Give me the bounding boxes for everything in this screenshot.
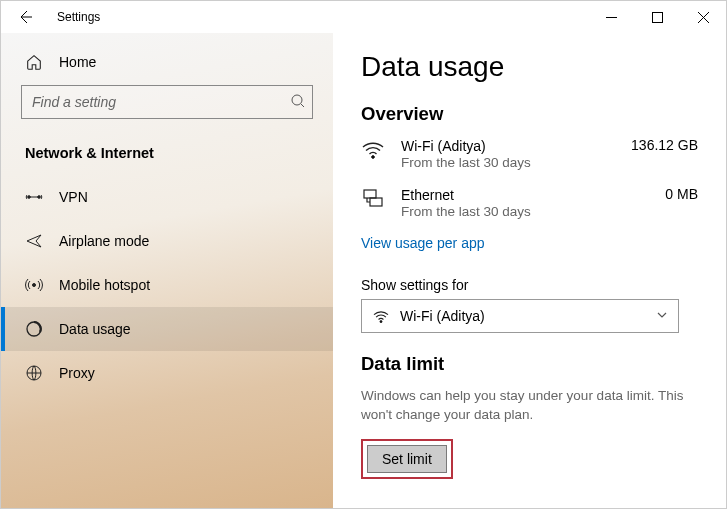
maximize-button[interactable] [634,1,680,33]
close-button[interactable] [680,1,726,33]
sidebar-item-proxy[interactable]: Proxy [1,351,333,395]
home-nav[interactable]: Home [21,45,313,85]
sidebar-item-label: Proxy [59,365,95,381]
overview-item-sub: From the last 30 days [401,204,531,219]
sidebar: Home Network & Internet VPN Airplane [1,33,333,508]
home-label: Home [59,54,96,70]
sidebar-item-label: Mobile hotspot [59,277,150,293]
svg-rect-0 [652,12,662,22]
svg-point-4 [33,284,36,287]
svg-rect-9 [370,198,382,206]
svg-point-10 [380,321,382,323]
window-title: Settings [49,10,100,24]
show-settings-label: Show settings for [361,277,698,293]
sidebar-item-label: Data usage [59,321,131,337]
svg-rect-8 [364,190,376,198]
overview-item-name: Ethernet [401,186,531,204]
main-panel: Data usage Overview Wi-Fi (Aditya) From … [333,33,726,508]
overview-item-value: 0 MB [665,186,698,202]
svg-point-7 [372,156,375,159]
airplane-icon [25,232,43,250]
search-icon [290,93,306,112]
overview-item-value: 136.12 GB [631,137,698,153]
view-usage-link[interactable]: View usage per app [361,235,698,251]
sidebar-item-data-usage[interactable]: Data usage [1,307,333,351]
search-input-container[interactable] [21,85,313,119]
wifi-icon [372,309,392,323]
titlebar: Settings [1,1,726,33]
overview-item-ethernet: Ethernet From the last 30 days 0 MB [361,186,698,219]
home-icon [25,53,43,71]
proxy-icon [25,364,43,382]
search-input[interactable] [32,94,290,110]
data-usage-icon [25,320,43,338]
setlimit-highlight: Set limit [361,439,453,479]
page-title: Data usage [361,51,698,83]
chevron-down-icon [656,309,668,324]
vpn-icon [25,190,43,204]
sidebar-item-hotspot[interactable]: Mobile hotspot [1,263,333,307]
svg-point-1 [292,95,302,105]
overview-item-name: Wi-Fi (Aditya) [401,137,531,155]
overview-item-wifi: Wi-Fi (Aditya) From the last 30 days 136… [361,137,698,170]
sidebar-item-airplane[interactable]: Airplane mode [1,219,333,263]
minimize-button[interactable] [588,1,634,33]
show-settings-dropdown[interactable]: Wi-Fi (Aditya) [361,299,679,333]
set-limit-button[interactable]: Set limit [367,445,447,473]
sidebar-item-label: VPN [59,189,88,205]
hotspot-icon [25,276,43,294]
window-controls [588,1,726,33]
ethernet-icon [361,186,387,211]
overview-item-sub: From the last 30 days [401,155,531,170]
datalimit-heading: Data limit [361,353,698,375]
sidebar-item-vpn[interactable]: VPN [1,175,333,219]
overview-heading: Overview [361,103,698,125]
datalimit-desc: Windows can help you stay under your dat… [361,387,698,425]
back-button[interactable] [1,1,49,33]
section-heading: Network & Internet [21,139,313,175]
sidebar-item-label: Airplane mode [59,233,149,249]
wifi-icon [361,137,387,162]
dropdown-value: Wi-Fi (Aditya) [392,308,656,324]
